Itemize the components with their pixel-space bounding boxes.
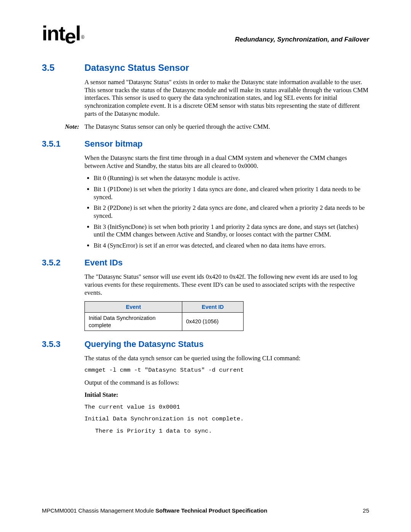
section-number: 3.5.3 (42, 339, 84, 349)
section-title: Querying the Datasync Status (84, 339, 204, 349)
body-block: The "Datasync Status" sensor will use ev… (84, 273, 369, 331)
section-number: 3.5.1 (42, 139, 84, 149)
note-row: Note: The Datasync Status sensor can onl… (42, 123, 369, 131)
page-number: 25 (363, 507, 369, 514)
section-title: Sensor bitmap (84, 139, 143, 149)
logo-text: intel (42, 22, 80, 45)
registered-mark: ® (81, 35, 84, 40)
paragraph: The status of the data synch sensor can … (84, 355, 369, 363)
list-item: Bit 3 (InitSyncDone) is set when both pr… (94, 223, 369, 239)
section-heading-3-5-1: 3.5.1 Sensor bitmap (42, 139, 369, 149)
section-title: Event IDs (84, 258, 123, 268)
section-heading-3-5-2: 3.5.2 Event IDs (42, 258, 369, 268)
footer-doc-title: MPCMM0001 Chassis Management Module Soft… (42, 507, 267, 514)
body-block: A sensor named "Datasync Status" exists … (84, 78, 369, 118)
list-item: Bit 0 (Running) is set when the datasync… (94, 174, 369, 182)
body-block: When the Datasync starts the first time … (84, 154, 369, 249)
paragraph: When the Datasync starts the first time … (84, 154, 369, 170)
page-header: intel® Redundancy, Synchronization, and … (42, 23, 369, 43)
note-label: Note: (42, 123, 84, 131)
list-item: Bit 1 (P1Done) is set when the priority … (94, 185, 369, 201)
list-item: Bit 2 (P2Done) is set when the priority … (94, 204, 369, 220)
code-block: The current value is 0x0001 (84, 404, 369, 411)
chapter-title: Redundancy, Synchronization, and Failove… (235, 36, 369, 43)
page: intel® Redundancy, Synchronization, and … (0, 0, 411, 532)
footer-doc-prefix: MPCMM0001 Chassis Management Module (42, 507, 155, 514)
list-item: Bit 4 (SyncError) is set if an error was… (94, 242, 369, 250)
table-cell: 0x420 (1056) (182, 313, 244, 331)
bullet-list: Bit 0 (Running) is set when the datasync… (84, 174, 369, 249)
footer-doc-bold: Software Technical Product Specification (155, 507, 267, 514)
code-block: Initial Data Synchronization is not comp… (84, 415, 369, 423)
code-block: cmmget -l cmm -t "Datasync Status" -d cu… (84, 367, 369, 374)
paragraph: The "Datasync Status" sensor will use ev… (84, 273, 369, 297)
page-footer: MPCMM0001 Chassis Management Module Soft… (42, 507, 369, 514)
note-text: The Datasync Status sensor can only be q… (84, 123, 270, 131)
paragraph: Output of the command is as follows: (84, 379, 369, 387)
paragraph: A sensor named "Datasync Status" exists … (84, 78, 369, 118)
intel-logo: intel® (42, 23, 83, 43)
event-id-table: Event Event ID Initial Data Synchronizat… (84, 301, 244, 331)
section-heading-3-5-3: 3.5.3 Querying the Datasync Status (42, 339, 369, 349)
section-title: Datasync Status Sensor (84, 62, 189, 73)
table-cell: Initial Data Synchronization complete (85, 313, 182, 331)
section-heading-3-5: 3.5 Datasync Status Sensor (42, 62, 369, 73)
code-block: There is Priority 1 data to sync. (84, 428, 369, 435)
table-header-event: Event (85, 302, 182, 313)
section-number: 3.5 (42, 62, 84, 73)
section-number: 3.5.2 (42, 258, 84, 268)
state-subhead: Initial State: (84, 391, 369, 399)
body-block: The status of the data synch sensor can … (84, 355, 369, 435)
table-row: Initial Data Synchronization complete 0x… (85, 313, 244, 331)
table-header-event-id: Event ID (182, 302, 244, 313)
